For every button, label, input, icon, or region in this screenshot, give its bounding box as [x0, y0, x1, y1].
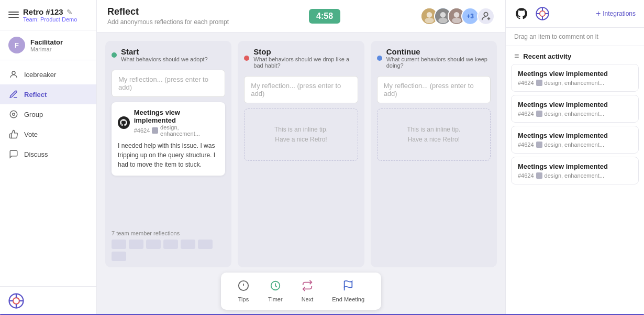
stop-inline-tip: This is an inline tip. Have a nice Retro…	[244, 108, 358, 161]
sidebar-item-label: Discuss	[24, 150, 48, 158]
continue-reflection-input[interactable]: My reflection... (press enter to add)	[377, 76, 491, 103]
activity-meta-tags: design, enhancement...	[545, 172, 604, 179]
sidebar-item-icebreaker[interactable]: Icebreaker	[0, 64, 96, 84]
column-continue: Continue What current behaviors should w…	[371, 41, 497, 267]
tips-button[interactable]: Tips	[229, 277, 258, 306]
activity-tag-icon	[536, 172, 542, 179]
reflections-count: 7 team member reflections	[112, 230, 225, 236]
column-continue-title-group: Continue What current behaviors should w…	[386, 47, 491, 69]
end-meeting-button[interactable]: End Meeting	[324, 277, 373, 306]
column-stop-title-group: Stop What behaviors should we drop like …	[253, 47, 358, 69]
svg-point-1	[10, 111, 17, 118]
column-continue-subtitle: What current behaviors should we keep do…	[386, 56, 491, 69]
discuss-icon	[8, 149, 19, 159]
facilitator-section: F Facilitator Marimar	[0, 30, 96, 60]
recent-activity-title: Recent activity	[523, 52, 571, 60]
activity-card-title: Meetings view implemented	[518, 162, 632, 170]
reflection-bar	[129, 240, 143, 249]
github-integration-icon[interactable]	[514, 6, 529, 21]
sidebar-item-label: Vote	[24, 131, 38, 138]
menu-icon[interactable]	[8, 12, 19, 19]
sidebar-item-discuss[interactable]: Discuss	[0, 144, 96, 164]
timer-button[interactable]: Timer	[260, 277, 291, 306]
end-meeting-icon	[342, 280, 354, 294]
icebreaker-icon	[8, 69, 19, 80]
integration-icons	[514, 6, 550, 21]
sidebar-item-vote[interactable]: Vote	[0, 124, 96, 144]
column-start: Start What behaviors should we adopt? My…	[105, 41, 231, 267]
continue-inline-tip: This is an inline tip. Have a nice Retro…	[377, 108, 491, 161]
svg-point-13	[440, 12, 446, 18]
sidebar-header: Retro #123 ✎ Team: Product Demo	[0, 0, 96, 30]
tips-icon	[238, 280, 249, 294]
activity-card-meta: #4624 design, enhancement...	[518, 80, 632, 86]
main-area: Reflect Add anonymous reflections for ea…	[97, 0, 505, 315]
next-icon	[302, 280, 313, 294]
column-start-subtitle: What behaviors should we adopt?	[121, 56, 208, 62]
card-meta-tags: design, enhancement...	[160, 124, 219, 137]
participants-group: +3	[420, 7, 495, 25]
end-meeting-label: End Meeting	[332, 296, 364, 302]
sidebar-item-group[interactable]: Group	[0, 104, 96, 124]
plus-icon: +	[596, 9, 601, 18]
add-participant-button[interactable]	[477, 7, 495, 25]
reflection-bar	[146, 240, 161, 249]
activity-tag-icon	[536, 80, 542, 86]
activity-meta-id: #4624	[518, 142, 534, 148]
svg-point-16	[454, 12, 460, 18]
sidebar-item-label: Group	[24, 111, 43, 118]
timer-icon	[270, 280, 281, 294]
svg-point-27	[540, 11, 545, 16]
activity-meta-tags: design, enhancement...	[545, 111, 604, 117]
tip-line2: Have a nice Retro!	[386, 135, 482, 145]
card-meta-id: #4624	[134, 127, 150, 134]
tips-label: Tips	[238, 296, 249, 302]
right-panel: + Integrations Drag an item to comment o…	[505, 0, 644, 315]
github-icon	[118, 116, 130, 129]
edit-icon[interactable]: ✎	[66, 8, 73, 16]
card-header: Meetings view implemented #4624 design, …	[118, 108, 219, 137]
card-title: Meetings view implemented	[134, 108, 219, 124]
reflection-bar	[112, 240, 126, 249]
activity-meta-id: #4624	[518, 172, 534, 179]
activity-item[interactable]: Meetings view implemented #4624 design, …	[511, 64, 639, 92]
svg-point-4	[13, 298, 19, 304]
activity-item[interactable]: Meetings view implemented #4624 design, …	[511, 157, 639, 184]
team-label: Team: Product Demo	[23, 16, 77, 23]
sidebar-item-label: Reflect	[24, 91, 47, 99]
column-continue-header: Continue What current behaviors should w…	[377, 47, 491, 69]
filter-icon: ≡	[514, 51, 519, 61]
start-reflection-input[interactable]: My reflection... (press enter to add)	[112, 70, 225, 97]
group-icon	[8, 109, 19, 120]
reflection-bar	[181, 240, 195, 249]
activity-card-meta: #4624 design, enhancement...	[518, 111, 632, 117]
sidebar-bottom	[0, 286, 96, 315]
start-dot	[112, 52, 117, 58]
svg-point-17	[452, 17, 461, 23]
card-body: I needed help with this issue. I was tri…	[118, 141, 219, 169]
next-button[interactable]: Next	[293, 277, 322, 306]
facilitator-name: Facilitator	[30, 38, 63, 46]
activity-item[interactable]: Meetings view implemented #4624 design, …	[511, 95, 639, 123]
stop-reflection-input[interactable]: My reflection... (press enter to add)	[244, 76, 358, 103]
activity-tag-icon	[536, 142, 542, 148]
timer-badge: 4:58	[309, 9, 340, 24]
reflect-icon	[8, 89, 19, 100]
reflection-bars	[112, 240, 225, 261]
column-start-header: Start What behaviors should we adopt?	[112, 47, 225, 62]
column-stop: Stop What behaviors should we drop like …	[238, 41, 364, 267]
sidebar-title-group: Retro #123 ✎ Team: Product Demo	[23, 7, 77, 23]
svg-point-18	[484, 12, 487, 16]
svg-point-2	[13, 113, 15, 116]
activity-meta-id: #4624	[518, 111, 534, 117]
recent-activity-header: ≡ Recent activity	[506, 46, 644, 64]
toolbar-inner: Tips Timer Next End Meeting	[221, 273, 381, 310]
retro-logo-integration-icon[interactable]	[535, 6, 550, 21]
activity-item[interactable]: Meetings view implemented #4624 design, …	[511, 126, 639, 154]
card-title-group: Meetings view implemented #4624 design, …	[134, 108, 219, 137]
sidebar-item-reflect[interactable]: Reflect	[0, 84, 96, 104]
main-subtitle: Add anonymous reflections for each promp…	[107, 18, 229, 26]
reflection-bar	[198, 240, 213, 249]
add-integration-button[interactable]: + Integrations	[596, 9, 636, 18]
activity-card-title: Meetings view implemented	[518, 101, 632, 108]
